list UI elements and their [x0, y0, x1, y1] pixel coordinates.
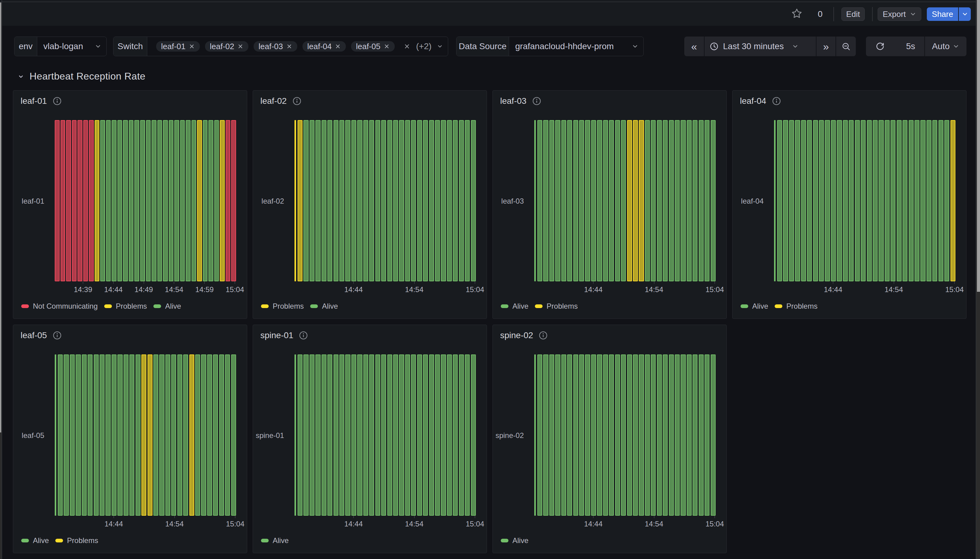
state-bar-alive: [327, 120, 332, 281]
left-scrollbar-thumb[interactable]: [0, 2, 1, 432]
info-icon[interactable]: [292, 96, 302, 106]
time-range-picker[interactable]: Last 30 minutes: [704, 36, 816, 56]
panel-header[interactable]: spine-02: [500, 331, 548, 340]
x-axis-tick: [83, 281, 83, 284]
switch-tag-leaf-02[interactable]: leaf-02: [205, 41, 249, 51]
switch-variable-dropdown[interactable]: leaf-01 leaf-02 leaf-03 leaf-04 leaf-05 …: [147, 37, 448, 56]
remove-tag-icon[interactable]: [335, 43, 341, 50]
legend-item-not_communicating[interactable]: Not Communicating: [21, 302, 98, 311]
refresh-interval-dropdown[interactable]: Auto: [924, 36, 967, 56]
info-icon[interactable]: [539, 331, 548, 340]
edit-button[interactable]: Edit: [841, 7, 865, 21]
row-header[interactable]: Heartbeat Reception Rate: [17, 71, 145, 82]
legend-item-problems[interactable]: Problems: [55, 536, 98, 545]
remove-tag-icon[interactable]: [384, 43, 390, 50]
chevron-down-icon: [953, 43, 959, 50]
remove-tag-icon[interactable]: [286, 43, 292, 50]
legend-item-problems[interactable]: Problems: [261, 302, 304, 311]
state-bar-alive: [561, 354, 566, 516]
star-icon[interactable]: [791, 8, 802, 19]
state-bar-alive: [537, 120, 542, 281]
more-tags-count[interactable]: (+2): [416, 41, 431, 51]
switch-tag-leaf-05[interactable]: leaf-05: [351, 41, 395, 51]
state-bar-alive: [711, 120, 716, 281]
chevron-down-icon[interactable]: [437, 43, 443, 50]
state-bar-clipped: [295, 354, 296, 516]
panel-title: leaf-05: [21, 331, 47, 340]
legend: ProblemsAlive: [261, 302, 338, 311]
legend: AliveProblems: [21, 536, 98, 545]
info-icon[interactable]: [53, 331, 62, 340]
state-bar-alive: [159, 354, 164, 516]
state-bar-alive: [837, 120, 842, 281]
state-bar-problems: [95, 120, 99, 281]
state-bar-problems: [197, 120, 202, 281]
state-bar-alive: [333, 354, 338, 516]
zoom-out-button[interactable]: [836, 36, 856, 56]
share-menu-button[interactable]: [958, 7, 971, 21]
legend-color-swatch: [774, 304, 782, 308]
switch-tag-leaf-04[interactable]: leaf-04: [302, 41, 346, 51]
state-bar-alive: [153, 354, 158, 516]
info-icon[interactable]: [299, 331, 308, 340]
zoom-out-icon: [841, 42, 851, 51]
state-bar-problems: [148, 354, 153, 516]
info-icon[interactable]: [53, 96, 62, 106]
state-bar-alive: [609, 354, 614, 516]
remove-tag-icon[interactable]: [237, 43, 244, 50]
state-bar-alive: [105, 354, 110, 516]
panel-header[interactable]: leaf-02: [260, 96, 302, 106]
state-bar-alive: [363, 120, 368, 281]
panel-title: leaf-01: [21, 96, 47, 106]
legend-color-swatch: [261, 539, 269, 542]
switch-tag-leaf-03[interactable]: leaf-03: [254, 41, 297, 51]
legend-item-problems[interactable]: Problems: [774, 302, 817, 311]
legend-item-alive[interactable]: Alive: [153, 302, 181, 311]
legend-color-swatch: [104, 304, 112, 308]
env-variable-dropdown[interactable]: vlab-logan: [37, 37, 106, 56]
legend-item-problems[interactable]: Problems: [104, 302, 147, 311]
legend-color-swatch: [21, 539, 29, 542]
panel-header[interactable]: leaf-01: [21, 96, 62, 106]
state-bar-alive: [705, 120, 710, 281]
clock-icon: [710, 42, 719, 51]
panel-leaf-04: leaf-04leaf-0414:4414:5415:04AliveProble…: [732, 90, 967, 319]
state-bar-alive: [375, 120, 380, 281]
state-bar-alive: [111, 120, 116, 281]
panel-spine-02: spine-02spine-0214:4414:5415:04Alive: [492, 325, 727, 553]
state-bar-alive: [393, 354, 398, 516]
legend-item-problems[interactable]: Problems: [535, 302, 578, 311]
time-shift-forward-button[interactable]: »: [816, 36, 836, 56]
legend: Alive: [501, 536, 529, 545]
clear-all-icon[interactable]: [404, 43, 410, 50]
info-icon[interactable]: [772, 96, 781, 106]
time-shift-back-button[interactable]: «: [684, 36, 704, 56]
panel-header[interactable]: leaf-03: [500, 96, 541, 106]
x-axis-tick: [235, 516, 235, 518]
panel-header[interactable]: leaf-04: [740, 96, 781, 106]
switch-tag-leaf-01[interactable]: leaf-01: [156, 41, 200, 51]
state-bar-alive: [597, 120, 602, 281]
right-edge-line: [976, 0, 976, 559]
state-bar-alive: [699, 354, 704, 516]
datasource-dropdown[interactable]: grafanacloud-hhdev-prom: [509, 37, 643, 56]
state-bar-alive: [471, 120, 476, 281]
tag-label: leaf-03: [259, 42, 283, 51]
right-scrollbar-thumb[interactable]: [977, 0, 980, 292]
panel-header[interactable]: spine-01: [260, 331, 308, 340]
legend-item-alive[interactable]: Alive: [501, 536, 529, 545]
legend-item-alive[interactable]: Alive: [501, 302, 529, 311]
export-button[interactable]: Export: [878, 7, 921, 21]
share-button[interactable]: Share: [927, 7, 958, 21]
legend-item-alive[interactable]: Alive: [261, 536, 289, 545]
refresh-button[interactable]: 5s: [866, 36, 924, 56]
state-bar-alive: [549, 354, 554, 516]
x-axis-tick: [353, 281, 354, 284]
legend-item-alive[interactable]: Alive: [21, 536, 49, 545]
panel-header[interactable]: leaf-05: [21, 331, 62, 340]
legend-item-alive[interactable]: Alive: [310, 302, 338, 311]
remove-tag-icon[interactable]: [189, 43, 195, 50]
legend-label: Alive: [512, 536, 529, 545]
legend-item-alive[interactable]: Alive: [741, 302, 768, 311]
info-icon[interactable]: [532, 96, 541, 106]
